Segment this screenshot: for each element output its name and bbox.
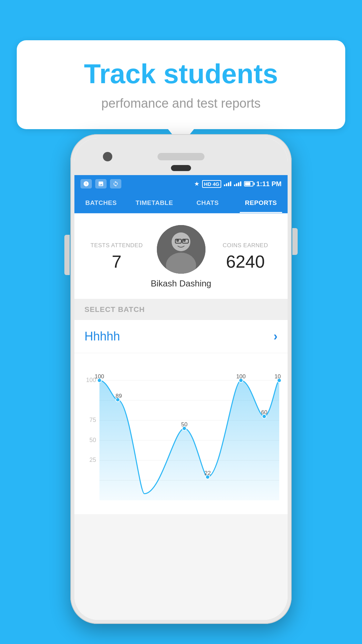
notification-icon — [80, 179, 92, 189]
sync-icon — [110, 179, 121, 189]
performance-chart: 100 75 50 25 — [81, 360, 281, 514]
signal-bar-2 — [234, 181, 241, 186]
camera-icon — [103, 152, 112, 161]
bubble-subtitle: perfomance and test reports — [37, 96, 325, 111]
tab-chats[interactable]: CHATS — [181, 193, 234, 213]
image-icon — [95, 179, 107, 189]
coins-earned-label: COINS EARNED — [213, 242, 278, 249]
batch-name: Hhhhh — [84, 329, 120, 343]
chevron-right-icon: › — [274, 329, 278, 343]
phone-screen: ★ HD 4G — [74, 175, 288, 620]
tests-attended-block: TESTS ATTENDED 7 — [84, 242, 149, 272]
earpiece — [171, 165, 191, 171]
status-icons-left — [80, 179, 121, 189]
tab-batches[interactable]: BATCHES — [74, 193, 128, 213]
tests-attended-value: 7 — [84, 252, 149, 272]
svg-text:100: 100 — [275, 373, 281, 380]
svg-text:50: 50 — [181, 421, 188, 428]
bluetooth-icon: ★ — [194, 180, 199, 187]
speaker-grill — [158, 153, 204, 160]
speech-bubble: Track students perfomance and test repor… — [17, 40, 345, 129]
time-display: 1:11 PM — [256, 180, 282, 188]
svg-point-4 — [183, 239, 186, 242]
svg-text:50: 50 — [89, 437, 96, 443]
phone-top-bar — [74, 138, 288, 175]
status-bar: ★ HD 4G — [74, 175, 288, 193]
battery-icon — [244, 181, 253, 186]
avatar-block: Bikash Dashing — [149, 225, 213, 289]
coins-earned-block: COINS EARNED 6240 — [213, 242, 278, 272]
tab-reports[interactable]: REPORTS — [234, 193, 288, 213]
svg-text:22: 22 — [204, 470, 211, 476]
tests-attended-label: TESTS ATTENDED — [84, 242, 149, 249]
tab-timetable[interactable]: TIMETABLE — [128, 193, 181, 213]
hd-badge: HD 4G — [202, 180, 222, 188]
nav-tabs: BATCHES TIMETABLE CHATS REPORTS — [74, 193, 288, 213]
batch-row[interactable]: Hhhhh › — [74, 320, 288, 353]
svg-text:60: 60 — [261, 409, 267, 416]
phone-outer: ★ HD 4G — [70, 134, 292, 624]
svg-text:75: 75 — [89, 417, 96, 423]
chart-area: 100 75 50 25 — [74, 353, 288, 514]
phone-inner: ★ HD 4G — [74, 138, 288, 620]
phone-mockup: ★ HD 4G — [70, 134, 292, 624]
svg-text:100: 100 — [95, 373, 104, 380]
svg-text:100: 100 — [236, 373, 246, 380]
avatar — [157, 225, 205, 274]
bubble-title: Track students — [37, 59, 325, 89]
coins-earned-value: 6240 — [213, 252, 278, 272]
user-name: Bikash Dashing — [151, 278, 212, 289]
profile-section: TESTS ATTENDED 7 — [74, 213, 288, 299]
select-batch-label: SELECT BATCH — [84, 305, 145, 314]
svg-point-3 — [176, 239, 179, 242]
status-icons-right: ★ HD 4G — [194, 180, 282, 188]
signal-bar-1 — [224, 181, 231, 186]
svg-text:25: 25 — [89, 457, 96, 464]
select-batch-bar: SELECT BATCH — [74, 299, 288, 320]
svg-text:89: 89 — [116, 393, 122, 399]
